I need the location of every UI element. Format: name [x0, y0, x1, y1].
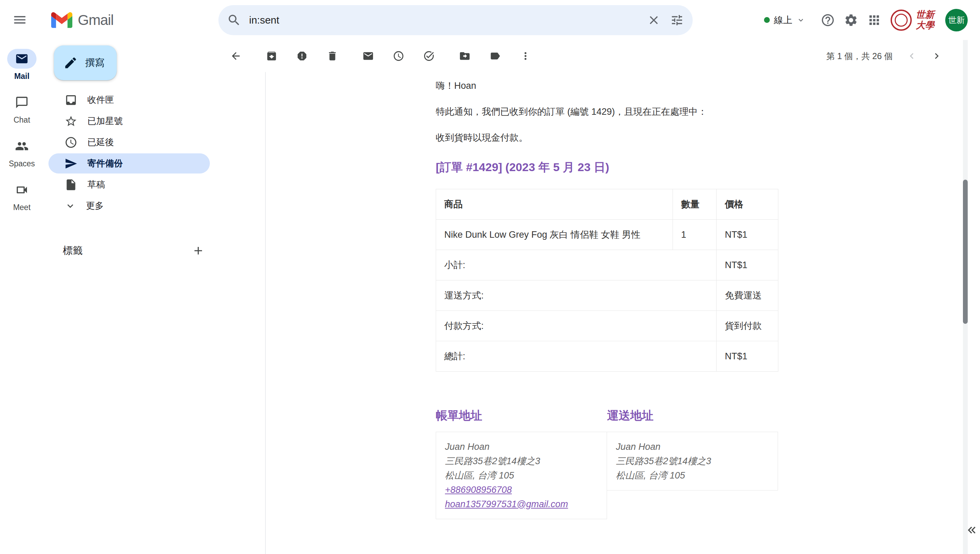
- snooze-button[interactable]: [388, 45, 409, 67]
- nav-item-snoozed[interactable]: 已延後: [48, 132, 210, 152]
- status-label: 線上: [774, 14, 792, 26]
- nav-label-inbox: 收件匣: [88, 94, 114, 106]
- account-avatar[interactable]: 世新: [945, 9, 968, 32]
- more-vert-icon: [520, 50, 531, 62]
- shipping-line1: 三民路35巷2號14樓之3: [616, 454, 769, 468]
- chevron-left-icon: [906, 50, 918, 62]
- rail-item-mail[interactable]: Mail: [7, 49, 37, 81]
- rail-item-spaces[interactable]: Spaces: [7, 136, 37, 168]
- arrow-back-icon: [230, 50, 242, 62]
- folder-list: 收件匣 已加星號 已延後 寄件備份 草稿 更多: [44, 90, 218, 216]
- nav-item-starred[interactable]: 已加星號: [48, 111, 210, 131]
- snooze-clock-icon: [393, 50, 404, 62]
- order-subtotal-row: 小計: NT$1: [436, 250, 778, 280]
- payment-method-label: 付款方式:: [436, 311, 717, 341]
- close-icon: [647, 13, 660, 27]
- email-intro: 特此通知，我們已收到你的訂單 (編號 1429)，且現在正在處理中：: [436, 105, 780, 118]
- rail-label-spaces: Spaces: [9, 159, 35, 168]
- move-to-button[interactable]: [454, 45, 475, 67]
- add-task-icon: [423, 50, 435, 62]
- archive-icon: [266, 50, 277, 62]
- nav-label-drafts: 草稿: [88, 179, 105, 191]
- nav-item-more[interactable]: 更多: [48, 196, 210, 216]
- mail-nav: 撰寫 收件匣 已加星號 已延後 寄件備份 草稿 更多 標籤: [44, 40, 218, 554]
- gmail-wordmark: Gmail: [78, 12, 114, 28]
- search-button[interactable]: [223, 8, 246, 32]
- more-options-button[interactable]: [515, 45, 536, 67]
- labels-section-header: 標籤: [63, 241, 208, 260]
- scrollbar-thumb[interactable]: [963, 180, 968, 324]
- shipping-line2: 松山區, 台湾 105: [616, 468, 769, 483]
- delete-button[interactable]: [321, 45, 343, 67]
- topbar: Gmail 線上 世新大學 世新: [0, 0, 980, 40]
- main-menu-button[interactable]: [8, 8, 32, 32]
- billing-email-link[interactable]: hoan1357997531@gmail.com: [445, 497, 568, 511]
- org-logo-text: 世新大學: [915, 10, 935, 31]
- archive-button[interactable]: [261, 45, 282, 67]
- shipping-name: Juan Hoan: [616, 439, 769, 454]
- product-price: NT$1: [717, 220, 778, 250]
- labels-button[interactable]: [484, 45, 506, 67]
- email-body: 嗨！Hoan 特此通知，我們已收到你的訂單 (編號 1429)，且現在正在處理中…: [436, 72, 780, 519]
- billing-name: Juan Hoan: [445, 439, 598, 454]
- search-input[interactable]: [246, 14, 642, 26]
- create-label-button[interactable]: [189, 241, 208, 260]
- billing-line1: 三民路35巷2號14樓之3: [445, 454, 598, 468]
- org-emblem-icon: [891, 10, 912, 31]
- subtotal-value: NT$1: [717, 250, 778, 280]
- toolbar-pagination: 第 1 個，共 26 個: [826, 45, 963, 67]
- nav-item-inbox[interactable]: 收件匣: [48, 90, 210, 110]
- shipping-address-heading: 運送地址: [607, 408, 778, 423]
- organization-logo[interactable]: 世新大學: [891, 10, 935, 31]
- col-header-qty: 數量: [673, 189, 716, 220]
- meet-camera-icon: [15, 183, 29, 197]
- order-payment-row: 付款方式: 貨到付款: [436, 311, 778, 341]
- plus-icon: [192, 244, 205, 257]
- nav-item-drafts[interactable]: 草稿: [48, 174, 210, 195]
- search-options-button[interactable]: [665, 8, 689, 32]
- chevron-right-icon: [931, 50, 942, 62]
- help-button[interactable]: [817, 9, 839, 31]
- tune-icon: [670, 13, 684, 27]
- rail-item-meet[interactable]: Meet: [7, 180, 37, 212]
- back-button[interactable]: [225, 45, 247, 67]
- availability-status-chip[interactable]: 線上: [764, 14, 805, 26]
- compose-label: 撰寫: [85, 56, 104, 69]
- older-message-button[interactable]: [926, 45, 947, 67]
- chevron-down-icon: [796, 16, 805, 25]
- address-headings: 帳單地址 運送地址: [436, 408, 778, 423]
- report-spam-button[interactable]: [291, 45, 313, 67]
- rail-label-mail: Mail: [14, 72, 30, 81]
- order-table-header-row: 商品 數量 價格: [436, 189, 778, 220]
- nav-label-snoozed: 已延後: [88, 136, 114, 148]
- google-apps-button[interactable]: [863, 9, 885, 31]
- order-product-row: Nike Dunk Low Grey Fog 灰白 情侶鞋 女鞋 男性 1 NT…: [436, 220, 778, 250]
- hide-side-panel-button[interactable]: [964, 522, 980, 538]
- draft-file-icon: [65, 178, 78, 191]
- send-icon: [65, 157, 78, 170]
- star-icon: [65, 115, 78, 128]
- nav-item-sent[interactable]: 寄件備份: [48, 153, 210, 174]
- clear-search-button[interactable]: [642, 8, 665, 32]
- total-value: NT$1: [717, 341, 778, 372]
- email-greeting: 嗨！Hoan: [436, 80, 780, 92]
- order-heading: [訂單 #1429] (2023 年 5 月 23 日): [436, 160, 780, 175]
- compose-button[interactable]: 撰寫: [54, 45, 117, 80]
- billing-address-heading: 帳單地址: [436, 408, 607, 423]
- gmail-m-icon: [51, 12, 72, 28]
- search-bar[interactable]: [218, 5, 693, 35]
- total-label: 總計:: [436, 341, 717, 372]
- mark-unread-button[interactable]: [357, 45, 379, 67]
- settings-button[interactable]: [840, 9, 862, 31]
- shipping-method-value: 免費運送: [717, 280, 778, 311]
- apps-grid-icon: [867, 13, 881, 27]
- billing-phone-link[interactable]: +886908956708: [445, 483, 512, 497]
- rail-item-chat[interactable]: Chat: [7, 93, 37, 125]
- topbar-right: 線上 世新大學 世新: [764, 0, 968, 40]
- gear-icon: [844, 13, 858, 27]
- spaces-icon: [15, 139, 29, 153]
- gmail-logo[interactable]: Gmail: [51, 0, 114, 40]
- add-to-tasks-button[interactable]: [418, 45, 439, 67]
- message-pane: 第 1 個，共 26 個 嗨！Hoan 特此通知，我們已收到你的訂單 (編號 1…: [218, 40, 963, 554]
- newer-message-button[interactable]: [901, 45, 922, 67]
